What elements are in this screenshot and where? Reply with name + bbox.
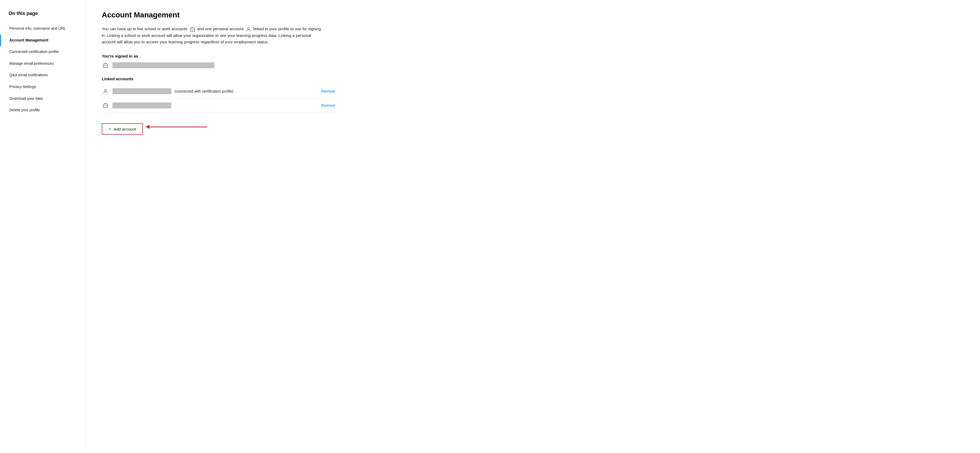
sidebar: On this page Personal info, username and…: [0, 0, 86, 453]
sidebar-item-privacy-settings[interactable]: Privacy Settings: [0, 81, 86, 93]
linked-accounts-section: Linked accounts (connected with certific…: [102, 76, 337, 112]
sidebar-heading: On this page: [0, 11, 86, 23]
work-account-icon: [189, 26, 196, 32]
svg-point-2: [247, 28, 249, 29]
personal-account-icon: [245, 26, 251, 32]
sidebar-item-qa-email[interactable]: Q&A email notifications: [0, 69, 86, 81]
linked-account-2-remove-button[interactable]: Remove: [319, 102, 337, 109]
signed-in-row: [102, 62, 337, 69]
sidebar-item-personal-info[interactable]: Personal info, username and URL: [0, 23, 86, 35]
linked-account-1-remove-button[interactable]: Remove: [319, 88, 337, 95]
main-content: Account Management You can have up to fi…: [86, 0, 353, 453]
add-account-button[interactable]: + Add account: [102, 124, 143, 135]
linked-account-1-email-redacted: [113, 88, 171, 94]
signed-in-work-icon: [102, 62, 109, 69]
linked-account-1-cert-text: (connected with certification profile): [175, 89, 233, 93]
page-title: Account Management: [102, 11, 337, 19]
sidebar-item-manage-email[interactable]: Manage email preferences: [0, 58, 86, 70]
linked-account-2-email-redacted: [113, 103, 171, 108]
linked-account-row-1: (connected with certification profile) R…: [102, 84, 337, 98]
add-account-area: + Add account: [102, 119, 337, 135]
signed-in-label: You're signed in as: [102, 54, 337, 58]
arrow-annotation: [148, 127, 207, 127]
linked-accounts-label: Linked accounts: [102, 76, 337, 81]
signed-in-email-redacted: [113, 62, 214, 68]
plus-icon: +: [109, 127, 111, 131]
linked-account-row-2: Remove: [102, 98, 337, 112]
linked-account-2-work-icon: [102, 102, 109, 109]
arrow-line: [148, 127, 207, 127]
sidebar-item-delete-profile[interactable]: Delete your profile: [0, 105, 86, 116]
description-text: You can have up to five school or work a…: [102, 26, 321, 45]
svg-point-4: [104, 89, 106, 91]
linked-account-1-person-icon: [102, 87, 109, 95]
sidebar-item-account-management[interactable]: Account Management: [0, 35, 86, 46]
add-account-label: Add account: [114, 127, 136, 131]
linked-account-2-info: [102, 102, 316, 109]
linked-account-1-info: (connected with certification profile): [102, 87, 316, 95]
sidebar-item-download-data[interactable]: Download your data: [0, 93, 86, 105]
sidebar-item-connected-certification[interactable]: Connected certification profile: [0, 46, 86, 58]
